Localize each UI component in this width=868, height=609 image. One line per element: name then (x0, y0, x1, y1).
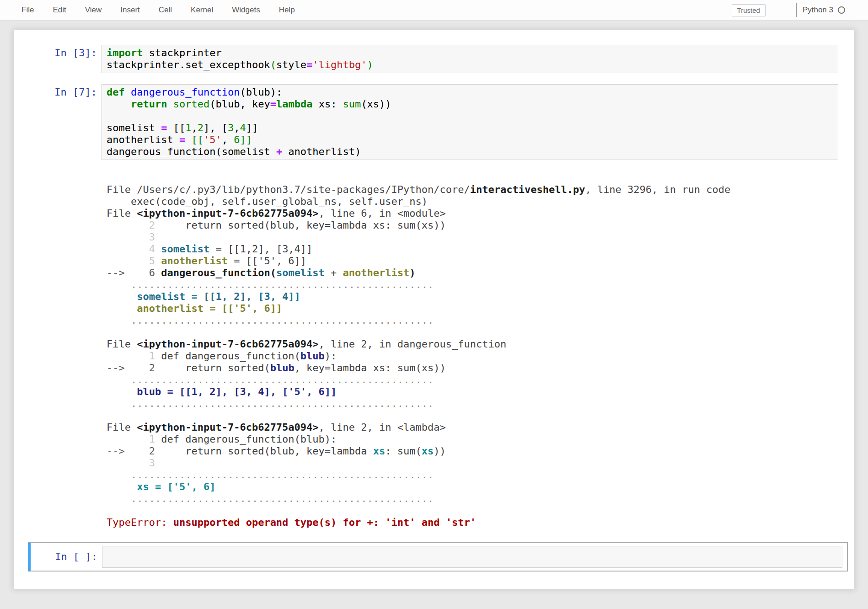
code-token: = (270, 98, 276, 110)
code-token: 3 (228, 122, 234, 134)
menu-bar: FileEditViewInsertCellKernelWidgetsHelp … (0, 0, 868, 21)
code-token: dangerous_function (131, 86, 240, 98)
code-editor[interactable]: import stackprinter stackprinter.set_exc… (102, 45, 838, 73)
code-token: --> 6 (107, 267, 155, 278)
code-token: 4 (107, 243, 155, 255)
code-token: 2 (107, 219, 155, 231)
code-token: sum (343, 98, 361, 110)
code-token (125, 86, 131, 98)
code-token: style (276, 59, 306, 70)
code-token: , (222, 134, 234, 145)
code-cells: In [3]:import stackprinter stackprinter.… (14, 45, 854, 160)
code-token: 5 (107, 255, 155, 267)
code-token: ]] (240, 134, 252, 145)
menu-item-edit[interactable]: Edit (53, 5, 66, 14)
traceback-text: File /Users/c/.py3/lib/python3.7/site-pa… (107, 184, 838, 529)
code-token: import (107, 47, 143, 59)
code-token: somelist (161, 243, 209, 255)
kernel-idle-icon (838, 6, 845, 14)
code-token: , (191, 122, 197, 134)
code-token (185, 134, 191, 145)
code-token: return (131, 98, 167, 110)
code-token: <ipython-input-7-6cb62775a094> (137, 338, 318, 350)
code-token: dangerous_function( (161, 267, 276, 278)
code-token: <ipython-input-7-6cb62775a094> (137, 208, 318, 219)
code-token: 3 (107, 231, 155, 243)
code-editor[interactable]: def dangerous_function(blub): return sor… (102, 84, 838, 160)
code-token: xs (373, 445, 386, 457)
code-token: '5' (204, 134, 222, 145)
output-row: File /Users/c/.py3/lib/python3.7/site-pa… (14, 184, 854, 529)
code-token: , line 6, in <module> (319, 208, 446, 219)
code-token: [[ (191, 134, 204, 145)
code-token: (blub): (240, 86, 282, 98)
code-token: = [[1,2], [3,4]] (209, 243, 312, 255)
code-token: stackprinter (143, 47, 221, 59)
code-token: : sum( (385, 445, 421, 457)
code-token: lambda (276, 98, 312, 110)
code-token: interactiveshell.py (470, 184, 585, 195)
menu-item-insert[interactable]: Insert (120, 5, 140, 14)
code-token: , line 2, in dangerous_function (319, 338, 507, 350)
code-token: anotherlist (343, 267, 410, 278)
code-token: ........................................… (107, 493, 434, 504)
code-cell: In [7]:def dangerous_function(blub): ret… (14, 84, 854, 160)
code-token: exec(code_obj, self.user_global_ns, self… (107, 196, 428, 207)
code-token: anotherlist = [['5', 6]] (137, 303, 282, 314)
code-token: return sorted(blub, key=lambda xs: sum(x… (155, 219, 446, 231)
output-prompt (14, 184, 102, 529)
menu: FileEditViewInsertCellKernelWidgetsHelp (21, 5, 314, 15)
menu-item-view[interactable]: View (85, 5, 102, 14)
code-token: ........................................… (107, 398, 434, 409)
code-token: 1 (107, 433, 155, 445)
code-token: def dangerous_function( (155, 350, 300, 362)
menu-item-widgets[interactable]: Widgets (232, 5, 260, 14)
menu-item-file[interactable]: File (21, 5, 34, 14)
menu-item-help[interactable]: Help (279, 5, 295, 14)
code-token (107, 386, 137, 397)
code-cell: In [3]:import stackprinter stackprinter.… (14, 45, 854, 73)
code-token: ) (367, 59, 373, 70)
code-token: = (179, 134, 185, 145)
code-token: xs: (312, 98, 343, 110)
code-token: unsupported operand type(s) for +: 'int'… (173, 517, 476, 528)
code-token (155, 255, 161, 267)
code-token: = [['5', 6]] (228, 255, 306, 267)
empty-code-editor[interactable] (102, 546, 842, 568)
code-token: , (234, 122, 240, 134)
code-token: somelist = [[1, 2], [3, 4]] (137, 291, 300, 302)
notebook-container: In [3]:import stackprinter stackprinter.… (13, 30, 855, 589)
code-token (167, 98, 173, 110)
code-token: anotherlist (107, 134, 179, 145)
code-token: return sorted(blub, key=lambda (155, 445, 373, 457)
code-text: import stackprinter stackprinter.set_exc… (107, 47, 834, 71)
code-token: 'lightbg' (312, 59, 367, 70)
code-token: xs (422, 445, 434, 457)
code-token: 6 (234, 134, 240, 145)
code-token: def dangerous_function(blub): (155, 433, 337, 445)
code-token: dangerous_function(somelist (107, 146, 276, 157)
code-token: 4 (240, 122, 246, 134)
code-token (107, 481, 137, 492)
code-token: + (325, 267, 343, 278)
code-token: ): (325, 350, 337, 362)
code-token: anotherlist (161, 255, 228, 267)
menu-right: Trusted Python 3 (732, 3, 868, 17)
selected-empty-cell[interactable]: In [ ]: (28, 542, 848, 572)
cell-prompt: In [3]: (14, 45, 102, 73)
code-token: ........................................… (107, 279, 434, 290)
trusted-button[interactable]: Trusted (732, 4, 766, 16)
code-token: blub = [[1, 2], [3, 4], ['5', 6]] (137, 386, 337, 397)
menu-item-cell[interactable]: Cell (159, 5, 172, 14)
code-token: ........................................… (107, 315, 434, 326)
code-token: (blub, key (209, 98, 270, 110)
code-token: return sorted( (155, 362, 270, 374)
cell-prompt: In [7]: (14, 84, 102, 160)
code-token: ........................................… (107, 374, 434, 385)
code-token (155, 267, 161, 278)
code-token: = (161, 122, 167, 134)
code-token (107, 291, 137, 302)
code-token: anotherlist) (282, 146, 361, 157)
code-token: xs = ['5', 6] (137, 481, 215, 492)
menu-item-kernel[interactable]: Kernel (191, 5, 213, 14)
